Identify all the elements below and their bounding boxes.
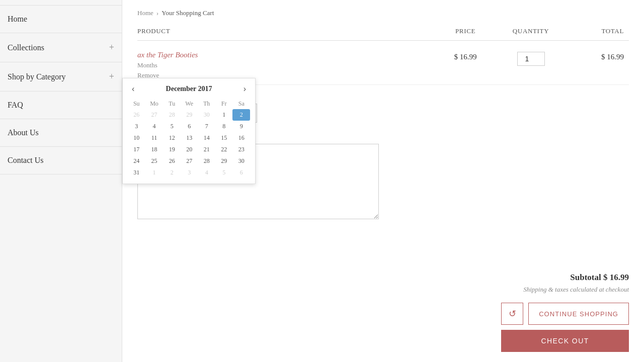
calendar-day-cell[interactable]: 21 [198,144,215,155]
breadcrumb: Home › Your Shopping Cart [137,0,629,22]
calendar-day-cell[interactable]: 12 [163,132,181,144]
calendar-day-cell[interactable]: 6 [232,167,250,178]
calendar-day-cell[interactable]: 29 [215,155,233,167]
product-price: $ 16.99 [433,51,498,61]
calendar-day-cell[interactable]: 26 [163,155,181,167]
continue-shopping-button[interactable]: CONTINUE SHOPPING [528,303,629,325]
calendar-day-cell[interactable]: 9 [232,121,250,132]
calendar-day-cell[interactable]: 31 [128,167,145,178]
calendar-dow-header: Fr [215,99,233,109]
cart-totals: Subtotal $ 16.99 Shipping & taxes calcul… [501,273,629,352]
calendar-prev-button[interactable]: ‹ [128,83,138,95]
calendar-day-cell[interactable]: 26 [128,109,145,121]
calendar-dow-header: Tu [163,99,181,109]
cart-table-header: Product Price Quantity Total [137,22,629,41]
calendar-day-cell[interactable]: 14 [198,132,215,144]
sidebar-item-contact-us[interactable]: Contact Us [0,147,122,174]
calendar-day-cell[interactable]: 3 [128,121,145,132]
calendar-next-button[interactable]: › [239,83,250,95]
main-content: Home › Your Shopping Cart Product Price … [122,0,644,362]
calendar-day-cell[interactable]: 29 [181,109,198,121]
calendar-dow-header: We [181,99,198,109]
calendar-day-cell[interactable]: 6 [181,121,198,132]
sidebar-item-label-collections: Collections [8,43,44,52]
sidebar-item-label-shop-by-category: Shop by Category [8,72,66,81]
col-header-total: Total [564,27,629,35]
calendar-day-cell[interactable]: 11 [145,132,164,144]
sidebar-plus-icon-shop-by-category: + [109,71,114,82]
calendar-month-year: December 2017 [166,85,212,93]
calendar-day-cell[interactable]: 3 [181,167,198,178]
product-sub: Months [137,61,433,69]
sidebar-item-shop-by-category[interactable]: Shop by Category+ [0,62,122,92]
product-quantity-wrapper [498,51,564,66]
calendar-day-cell[interactable]: 22 [215,144,233,155]
calendar-day-cell[interactable]: 15 [215,132,233,144]
calendar-day-cell[interactable]: 25 [145,155,164,167]
calendar-day-cell[interactable]: 5 [215,167,233,178]
sidebar-item-home[interactable]: Home [0,6,122,33]
calendar-day-cell[interactable]: 27 [145,109,164,121]
calendar-day-cell[interactable]: 10 [128,132,145,144]
product-info: ax the Tiger Booties Months Remove [137,51,433,79]
shipping-note: Shipping & taxes calculated at checkout [501,286,629,294]
col-header-product: Product [137,27,433,35]
calendar-popup: ‹ December 2017 › SuMoTuWeThFrSa 2627282… [122,78,256,184]
quantity-input[interactable] [517,52,545,66]
sidebar-item-collections[interactable]: Collections+ [0,33,122,62]
calendar-day-cell[interactable]: 4 [198,167,215,178]
sidebar-item-about-us[interactable]: About Us [0,119,122,147]
calendar-day-cell[interactable]: 19 [163,144,181,155]
sidebar-item-label-home: Home [8,15,27,24]
calendar-day-cell[interactable]: 27 [181,155,198,167]
calendar-day-cell[interactable]: 4 [145,121,164,132]
calendar-day-cell[interactable]: 20 [181,144,198,155]
calendar-dow-header: Th [198,99,215,109]
product-total: $ 16.99 [564,51,629,61]
breadcrumb-current: Your Shopping Cart [162,9,214,17]
calendar-day-cell[interactable]: 2 [163,167,181,178]
calendar-day-cell[interactable]: 30 [198,109,215,121]
breadcrumb-separator: › [156,9,158,17]
calendar-dow-header: Mo [145,99,164,109]
calendar-day-cell[interactable]: 1 [215,109,233,121]
sidebar-plus-icon-collections: + [109,42,114,53]
sidebar: HomeCollections+Shop by Category+FAQAbou… [0,0,122,362]
calendar-dow-header: Sa [232,99,250,109]
reset-button[interactable]: ↺ [501,303,523,325]
cart-actions: ↺ CONTINUE SHOPPING [501,303,629,325]
sidebar-item-label-contact-us: Contact Us [8,156,44,165]
calendar-day-cell[interactable]: 7 [198,121,215,132]
calendar-day-cell[interactable]: 18 [145,144,164,155]
calendar-dow-header: Su [128,99,145,109]
subtotal-value: $ 16.99 [603,273,629,282]
calendar-day-cell[interactable]: 28 [198,155,215,167]
calendar-day-cell[interactable]: 5 [163,121,181,132]
calendar-day-cell[interactable]: 28 [163,109,181,121]
sidebar-item-label-about-us: About Us [8,128,39,137]
calendar-day-cell[interactable]: 16 [232,132,250,144]
col-header-quantity: Quantity [498,27,564,35]
calendar-day-cell[interactable]: 30 [232,155,250,167]
calendar-grid: SuMoTuWeThFrSa 2627282930123456789101112… [128,99,250,178]
calendar-day-cell[interactable]: 8 [215,121,233,132]
subtotal-label: Subtotal [570,273,601,282]
calendar-day-cell[interactable]: 2 [232,109,250,121]
calendar-day-cell[interactable]: 23 [232,144,250,155]
subtotal-row: Subtotal $ 16.99 [501,273,629,283]
sidebar-item-label-faq: FAQ [8,101,23,110]
breadcrumb-home[interactable]: Home [137,9,153,17]
calendar-day-cell[interactable]: 1 [145,167,164,178]
calendar-day-cell[interactable]: 24 [128,155,145,167]
product-name: ax the Tiger Booties [137,51,433,59]
sidebar-item-faq[interactable]: FAQ [0,92,122,119]
calendar-day-cell[interactable]: 17 [128,144,145,155]
calendar-header: ‹ December 2017 › [128,83,250,95]
checkout-button[interactable]: CHECK OUT [501,330,629,352]
calendar-day-cell[interactable]: 13 [181,132,198,144]
col-header-price: Price [433,27,498,35]
